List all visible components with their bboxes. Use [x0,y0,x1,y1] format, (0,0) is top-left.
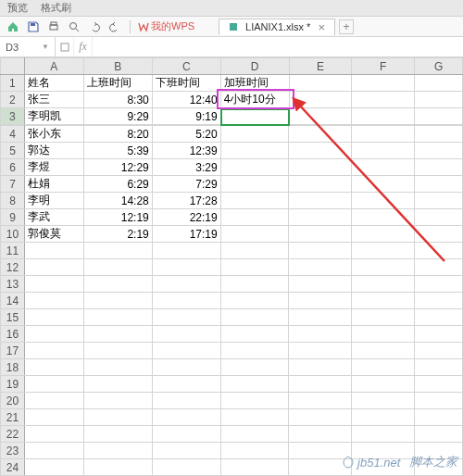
cell[interactable] [415,226,463,243]
cell[interactable] [152,243,220,259]
row-header[interactable]: 21 [1,409,25,426]
cell[interactable] [289,359,352,376]
cell[interactable] [24,259,83,276]
cell[interactable] [152,393,220,409]
file-tab-active[interactable]: LIANIX1.xlsx * × [219,19,335,35]
chevron-down-icon[interactable]: ▼ [42,43,49,51]
cell[interactable]: 9:29 [83,108,152,125]
cell[interactable] [220,426,289,443]
cell[interactable] [289,293,352,309]
cell[interactable] [352,226,415,243]
cell[interactable] [352,243,415,259]
cell[interactable] [415,209,463,226]
cell[interactable]: 2:19 [83,226,152,243]
cell[interactable] [289,376,352,393]
row-header[interactable]: 19 [1,376,25,393]
cell[interactable] [415,326,463,343]
cell[interactable] [220,359,289,376]
cell[interactable] [289,393,352,409]
cell[interactable] [415,259,463,276]
home-icon[interactable] [6,19,20,34]
cell[interactable] [352,108,415,125]
cell[interactable] [220,176,289,193]
cell[interactable] [415,359,463,376]
cell[interactable] [289,326,352,343]
undo-icon[interactable] [87,19,102,34]
cell[interactable] [415,343,463,359]
row-header[interactable]: 20 [1,393,25,409]
cell[interactable] [220,409,289,426]
cell[interactable] [352,259,415,276]
cell[interactable] [220,226,289,243]
cell[interactable] [352,309,415,326]
cell[interactable] [352,143,415,159]
cell[interactable] [415,75,463,92]
menu-preview[interactable]: 预览 [7,1,28,15]
col-header[interactable]: D [220,58,289,75]
cell[interactable] [83,409,152,426]
cell[interactable] [152,326,220,343]
cell[interactable]: 下班时间 [152,75,220,92]
cell[interactable] [352,92,415,108]
cell[interactable]: 5:39 [83,143,152,159]
cell[interactable]: 7:29 [152,176,220,193]
my-wps-link[interactable]: 我的WPS [138,19,194,33]
cell[interactable] [24,309,83,326]
cell[interactable] [289,276,352,293]
cell[interactable] [220,259,289,276]
cell[interactable] [152,276,220,293]
fx-button[interactable]: fx [74,37,93,56]
col-header[interactable]: E [289,58,352,75]
cell[interactable] [152,309,220,326]
select-all-corner[interactable] [1,58,25,75]
cell[interactable]: 姓名 [24,75,83,92]
cell[interactable] [415,243,463,259]
cell[interactable]: 8:30 [83,92,152,108]
cell[interactable]: 12:39 [152,143,220,159]
cell[interactable]: 6:29 [83,176,152,193]
row-header[interactable]: 16 [1,326,25,343]
cell[interactable] [415,143,463,159]
close-icon[interactable]: × [318,20,325,34]
cell[interactable] [352,293,415,309]
cell[interactable] [352,343,415,359]
cell[interactable] [83,293,152,309]
cell[interactable] [152,343,220,359]
cell[interactable] [415,309,463,326]
cell[interactable] [289,126,352,143]
cell[interactable] [24,326,83,343]
cell[interactable]: 郭达 [24,143,83,159]
cell[interactable]: 张小东 [24,126,83,143]
row-header[interactable]: 15 [1,309,25,326]
cell[interactable] [220,326,289,343]
cell[interactable] [83,343,152,359]
cell[interactable] [352,176,415,193]
cell[interactable]: 12:29 [83,159,152,176]
cell[interactable]: 22:19 [152,209,220,226]
cell[interactable] [220,209,289,226]
cell[interactable]: 17:28 [152,193,220,209]
redo-icon[interactable] [107,19,122,34]
cell[interactable]: 张三 [24,92,83,108]
cell[interactable] [220,459,289,476]
cell[interactable] [289,259,352,276]
cell[interactable] [289,176,352,193]
row-header[interactable]: 3 [1,108,25,125]
col-header[interactable]: F [352,58,415,75]
cell[interactable] [352,376,415,393]
cell[interactable] [415,176,463,193]
cell[interactable]: 8:20 [83,126,152,143]
cell[interactable] [352,409,415,426]
row-header[interactable]: 18 [1,359,25,376]
cell-selected[interactable] [220,108,289,125]
col-header[interactable]: B [83,58,152,75]
cell[interactable] [289,343,352,359]
cell[interactable]: 12:19 [83,209,152,226]
cell[interactable] [352,393,415,409]
row-header[interactable]: 2 [1,92,25,108]
cell[interactable] [289,75,352,92]
cell[interactable] [289,159,352,176]
cell[interactable] [289,193,352,209]
cell[interactable] [152,376,220,393]
cell[interactable] [24,426,83,443]
